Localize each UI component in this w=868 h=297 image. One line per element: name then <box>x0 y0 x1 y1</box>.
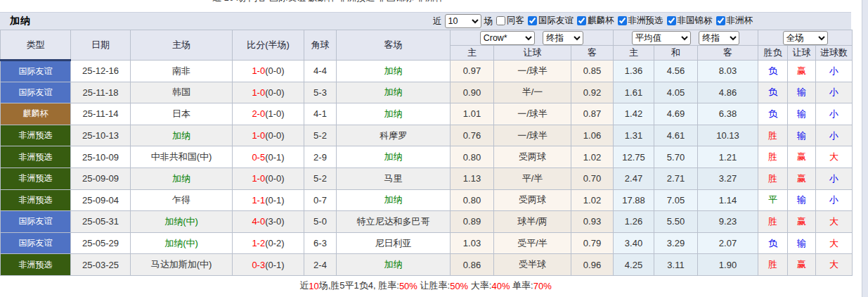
avg-away-odds: 9.23 <box>698 211 758 233</box>
summary-segment: 40% <box>491 281 510 291</box>
odds-handicap-line: 球半/两 <box>494 211 571 233</box>
checkbox-icon[interactable] <box>716 16 725 25</box>
result-win-draw-loss: 负 <box>758 61 788 82</box>
avg-draw-odds: 5.70 <box>654 146 698 168</box>
checkbox-icon[interactable] <box>667 16 676 25</box>
result-goals-over-under: 小 <box>816 61 853 82</box>
result-win-draw-loss: 胜 <box>758 168 788 189</box>
table-row: 非洲预选 25-03-25 马达加斯加(中) 0-3(0-1) 2-4 加纳 0… <box>1 254 853 276</box>
match-date: 25-05-29 <box>71 232 131 254</box>
match-date: 25-05-31 <box>71 211 131 233</box>
avg-away-odds: 1.90 <box>698 254 758 276</box>
checkbox-icon[interactable] <box>496 16 505 25</box>
avg-home-odds: 1.42 <box>614 103 654 125</box>
fulltime-score: 1-1 <box>252 195 265 206</box>
avg-home-odds: 12.75 <box>614 146 654 168</box>
filter-checkbox-同客[interactable]: 同客 <box>496 15 524 27</box>
filter-checkbox-非洲预选[interactable]: 非洲预选 <box>618 15 663 27</box>
odds-handicap-line: 一/球半 <box>494 125 571 146</box>
result-goals-over-under: 大 <box>816 211 853 233</box>
recent-count-select[interactable]: 10 <box>445 14 481 28</box>
bookmaker-select[interactable]: Crow* <box>480 31 535 45</box>
summary-segment: 让胜率: <box>417 279 450 292</box>
odds-home: 0.90 <box>451 82 494 103</box>
avg-away-odds: 4.86 <box>698 82 758 103</box>
home-team: 南非 <box>131 61 233 82</box>
halftime-score: (0-0) <box>265 65 284 76</box>
odds-home: 0.89 <box>451 211 494 233</box>
home-team: 乍得 <box>131 189 233 211</box>
home-team: 韩国 <box>131 82 233 103</box>
match-type-badge: 麒麟杯 <box>1 103 71 125</box>
odds-away: 0.93 <box>571 211 614 233</box>
scrollbar-track[interactable] <box>862 0 868 297</box>
score-cell: 0-3(0-1) <box>233 254 304 276</box>
avg-away-odds: 8.03 <box>698 61 758 82</box>
summary-segment: 单率: <box>510 279 533 292</box>
filter-label: 同客 <box>507 15 524 27</box>
checkbox-icon[interactable] <box>528 16 537 25</box>
result-handicap: 输 <box>788 82 816 103</box>
corner-count: 0-7 <box>304 189 337 211</box>
corner-count: 4-4 <box>304 61 337 82</box>
col-header-corner: 角球 <box>304 30 337 61</box>
away-team: 加纳 <box>337 189 451 211</box>
result-handicap: 输 <box>788 103 816 125</box>
result-goals-over-under: 小 <box>816 103 853 125</box>
odds-away: 1.02 <box>571 146 614 168</box>
result-goals-over-under: 小 <box>816 189 853 211</box>
match-type-badge: 非洲预选 <box>1 254 71 276</box>
fulltime-select[interactable]: 全场 <box>783 31 828 45</box>
checkbox-icon[interactable] <box>577 16 586 25</box>
home-team: 加纳 <box>131 168 233 189</box>
away-team: 加纳 <box>337 103 451 125</box>
away-team: 加纳 <box>337 146 451 168</box>
match-date: 25-11-14 <box>71 103 131 125</box>
subheader-goals: 进球数 <box>816 46 853 61</box>
final-odds-select-1[interactable]: 终指 <box>543 31 583 45</box>
odds-handicap-line: 一/球半 <box>494 61 571 82</box>
odds-handicap-line: 一/球半 <box>494 103 571 125</box>
corner-count: 5-2 <box>304 168 337 189</box>
table-row: 非洲预选 25-10-13 加纳 1-0(0-0) 5-2 科摩罗 0.76 一… <box>1 125 853 146</box>
games-label: 场 <box>484 15 493 27</box>
match-date: 25-09-09 <box>71 168 131 189</box>
odds-home: 1.13 <box>451 168 494 189</box>
summary-segment: 50% <box>450 281 468 291</box>
fulltime-score: 0-5 <box>252 152 265 163</box>
final-odds-select-2[interactable]: 终指 <box>699 31 739 45</box>
match-date: 25-10-09 <box>71 146 131 168</box>
table-row: 麒麟杯 25-11-14 日本 2-0(1-0) 4-1 加纳 1.01 一/球… <box>1 103 853 125</box>
result-win-draw-loss: 胜 <box>758 125 788 146</box>
halftime-score: (1-0) <box>265 108 284 119</box>
summary-segment: 70% <box>533 281 552 291</box>
match-date: 25-12-16 <box>71 61 131 82</box>
average-group-header: 平均值 终指 <box>614 30 758 46</box>
avg-draw-odds: 4.69 <box>654 103 698 125</box>
subheader-result: 胜负 <box>758 46 788 61</box>
match-type-badge: 国际友谊 <box>1 232 71 254</box>
avg-draw-odds: 4.56 <box>654 61 698 82</box>
summary-segment: 场,胜5平1负4, 胜率: <box>319 279 399 292</box>
avg-draw-odds: 3.29 <box>654 232 698 254</box>
result-win-draw-loss: 平 <box>758 189 788 211</box>
average-select[interactable]: 平均值 <box>632 31 691 45</box>
away-team: 加纳 <box>337 254 451 276</box>
odds-away: 1.06 <box>571 125 614 146</box>
checkbox-icon[interactable] <box>618 16 627 25</box>
result-win-draw-loss: 胜 <box>758 146 788 168</box>
corner-count: 4-1 <box>304 103 337 125</box>
avg-away-odds: 1.14 <box>698 189 758 211</box>
filter-checkbox-麒麟杯[interactable]: 麒麟杯 <box>577 15 614 27</box>
avg-draw-odds: 4.61 <box>654 125 698 146</box>
fulltime-score: 4-0 <box>252 216 265 227</box>
filter-label: 麒麟杯 <box>588 15 614 27</box>
halftime-score: (3-0) <box>265 216 284 227</box>
bookmaker-group-header: Crow* 终指 <box>451 30 614 46</box>
filter-checkbox-国际友谊[interactable]: 国际友谊 <box>528 15 574 27</box>
score-cell: 1-1(0-1) <box>233 189 304 211</box>
filter-checkbox-非国锦标[interactable]: 非国锦标 <box>667 15 713 27</box>
filter-checkbox-非洲杯[interactable]: 非洲杯 <box>716 15 753 27</box>
odds-away: 0.96 <box>571 254 614 276</box>
match-type-badge: 非洲预选 <box>1 146 71 168</box>
